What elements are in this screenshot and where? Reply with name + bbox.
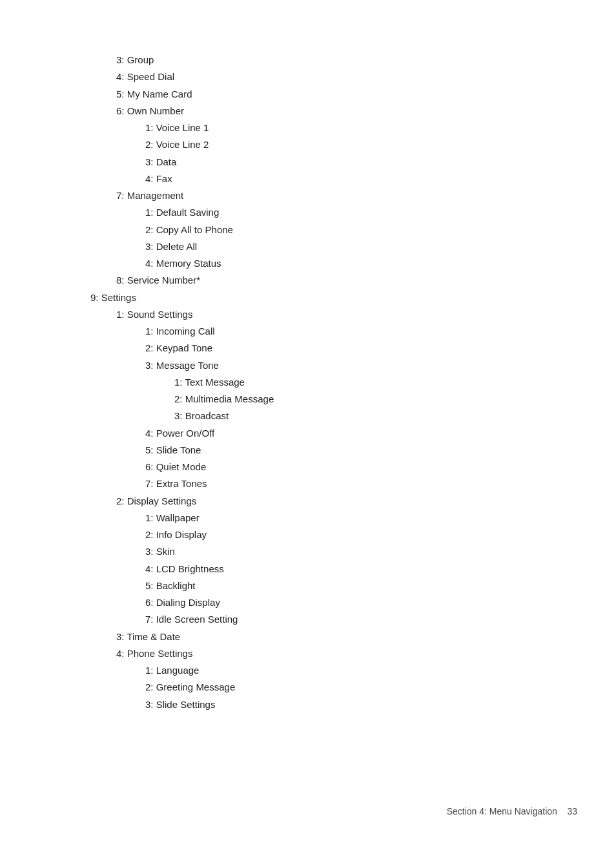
list-item: 4: Fax	[39, 171, 577, 187]
list-item: 4: LCD Brightness	[39, 561, 577, 577]
list-item: 1: Voice Line 1	[39, 119, 577, 136]
list-item: 6: Dialing Display	[39, 594, 577, 611]
list-item: 5: My Name Card	[39, 86, 577, 103]
list-item: 3: Time & Date	[39, 629, 577, 645]
list-item: 2: Multimedia Message	[39, 391, 577, 408]
list-item: 3: Group	[39, 52, 577, 68]
list-item: 5: Slide Tone	[39, 442, 577, 459]
list-item: 1: Language	[39, 662, 577, 679]
list-item: 5: Backlight	[39, 577, 577, 594]
footer-text: Section 4: Menu Navigation	[447, 806, 557, 816]
list-item: 4: Phone Settings	[39, 645, 577, 662]
list-item: 2: Voice Line 2	[39, 136, 577, 153]
list-item: 1: Default Saving	[39, 204, 577, 221]
list-item: 7: Extra Tones	[39, 475, 577, 492]
list-item: 4: Power On/Off	[39, 425, 577, 442]
footer-page: 33	[567, 806, 577, 816]
list-item: 4: Speed Dial	[39, 68, 577, 85]
page-content: 3: Group4: Speed Dial5: My Name Card6: O…	[0, 0, 616, 752]
list-item: 3: Data	[39, 154, 577, 171]
list-item: 2: Display Settings	[39, 493, 577, 510]
list-item: 2: Keypad Tone	[39, 340, 577, 357]
list-item: 4: Memory Status	[39, 255, 577, 272]
list-item: 1: Wallpaper	[39, 510, 577, 526]
menu-list: 3: Group4: Speed Dial5: My Name Card6: O…	[39, 52, 577, 713]
list-item: 3: Delete All	[39, 238, 577, 255]
list-item: 2: Info Display	[39, 526, 577, 543]
list-item: 1: Incoming Call	[39, 323, 577, 340]
list-item: 6: Quiet Mode	[39, 459, 577, 475]
list-item: 8: Service Number*	[39, 272, 577, 289]
list-item: 2: Copy All to Phone	[39, 222, 577, 238]
list-item: 3: Skin	[39, 543, 577, 560]
list-item: 2: Greeting Message	[39, 679, 577, 696]
list-item: 3: Broadcast	[39, 408, 577, 424]
list-item: 3: Slide Settings	[39, 696, 577, 713]
list-item: 7: Management	[39, 187, 577, 204]
list-item: 9: Settings	[39, 289, 577, 306]
footer: Section 4: Menu Navigation 33	[447, 806, 577, 816]
list-item: 7: Idle Screen Setting	[39, 611, 577, 628]
list-item: 1: Text Message	[39, 374, 577, 391]
list-item: 6: Own Number	[39, 103, 577, 119]
list-item: 3: Message Tone	[39, 357, 577, 374]
list-item: 1: Sound Settings	[39, 306, 577, 323]
